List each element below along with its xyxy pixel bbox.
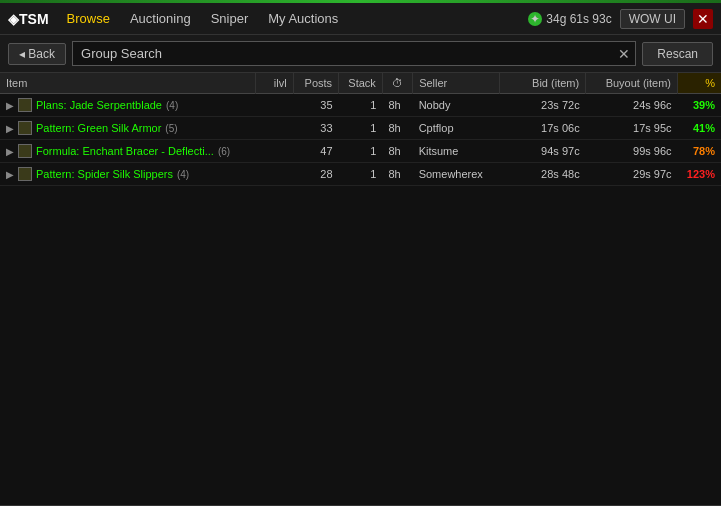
seller-cell: Cptflop: [413, 117, 500, 140]
titlebar: ◈TSM Browse Auctioning Sniper My Auction…: [0, 3, 721, 35]
results-table: Item ilvl Posts Stack ⏱ Seller: [0, 73, 721, 186]
posts-cell: 35: [293, 94, 338, 117]
expand-arrow-icon[interactable]: ▶: [6, 100, 14, 111]
gold-amount: 34g 61s 93c: [546, 12, 611, 26]
time-cell: 8h: [382, 163, 412, 186]
pct-cell: 123%: [678, 163, 721, 186]
col-header-item[interactable]: Item: [0, 73, 255, 94]
stack-cell: 1: [339, 94, 383, 117]
item-name: Plans: Jade Serpentblade: [36, 99, 162, 111]
tsm-logo: ◈TSM: [8, 11, 49, 27]
stack-cell: 1: [339, 163, 383, 186]
searchbar: ◂ Back ✕ Rescan: [0, 35, 721, 73]
bid-cell: 28s 48c: [499, 163, 586, 186]
expand-arrow-icon[interactable]: ▶: [6, 169, 14, 180]
expand-arrow-icon[interactable]: ▶: [6, 123, 14, 134]
stack-cell: 1: [339, 140, 383, 163]
header-right: ✦ 34g 61s 93c WOW UI ✕: [528, 9, 713, 29]
wow-ui-button[interactable]: WOW UI: [620, 9, 685, 29]
item-count: (5): [165, 123, 177, 134]
item-count: (4): [166, 100, 178, 111]
rescan-button[interactable]: Rescan: [642, 42, 713, 66]
time-cell: 8h: [382, 140, 412, 163]
buyout-cell: 24s 96c: [586, 94, 678, 117]
gold-display: ✦ 34g 61s 93c: [528, 12, 611, 26]
table-row[interactable]: ▶Pattern: Spider Silk Slippers (4)2818hS…: [0, 163, 721, 186]
seller-cell: Nobdy: [413, 94, 500, 117]
posts-cell: 28: [293, 163, 338, 186]
nav-sniper[interactable]: Sniper: [205, 9, 255, 28]
buyout-cell: 29s 97c: [586, 163, 678, 186]
main-content: Item ilvl Posts Stack ⏱ Seller: [0, 73, 721, 505]
seller-cell: Somewherex: [413, 163, 500, 186]
posts-cell: 47: [293, 140, 338, 163]
item-icon: [18, 121, 32, 135]
expand-arrow-icon[interactable]: ▶: [6, 146, 14, 157]
item-icon: [18, 98, 32, 112]
col-header-ilvl[interactable]: ilvl: [255, 73, 293, 94]
bid-cell: 17s 06c: [499, 117, 586, 140]
col-header-posts[interactable]: Posts: [293, 73, 338, 94]
close-button[interactable]: ✕: [693, 9, 713, 29]
buyout-cell: 17s 95c: [586, 117, 678, 140]
gold-icon: ✦: [528, 12, 542, 26]
col-header-stack[interactable]: Stack: [339, 73, 383, 94]
item-name: Formula: Enchant Bracer - Deflecti...: [36, 145, 214, 157]
buyout-cell: 99s 96c: [586, 140, 678, 163]
col-header-buyout[interactable]: Buyout (item): [586, 73, 678, 94]
pct-cell: 78%: [678, 140, 721, 163]
table-row[interactable]: ▶Plans: Jade Serpentblade (4)3518hNobdy2…: [0, 94, 721, 117]
ilvl-cell: [255, 140, 293, 163]
ilvl-cell: [255, 117, 293, 140]
posts-cell: 33: [293, 117, 338, 140]
seller-cell: Kitsume: [413, 140, 500, 163]
table-header-row: Item ilvl Posts Stack ⏱ Seller: [0, 73, 721, 94]
item-count: (6): [218, 146, 230, 157]
item-count: (4): [177, 169, 189, 180]
ilvl-cell: [255, 163, 293, 186]
bid-cell: 23s 72c: [499, 94, 586, 117]
ilvl-cell: [255, 94, 293, 117]
item-name: Pattern: Green Silk Armor: [36, 122, 161, 134]
nav-browse[interactable]: Browse: [61, 9, 116, 28]
search-input[interactable]: [72, 41, 636, 66]
bid-cell: 94s 97c: [499, 140, 586, 163]
table-body: ▶Plans: Jade Serpentblade (4)3518hNobdy2…: [0, 94, 721, 186]
nav-my-auctions[interactable]: My Auctions: [262, 9, 344, 28]
col-header-seller[interactable]: Seller: [413, 73, 500, 94]
pct-cell: 39%: [678, 94, 721, 117]
time-cell: 8h: [382, 94, 412, 117]
results-table-container[interactable]: Item ilvl Posts Stack ⏱ Seller: [0, 73, 721, 505]
item-icon: [18, 144, 32, 158]
item-name: Pattern: Spider Silk Slippers: [36, 168, 173, 180]
col-header-pct[interactable]: %: [678, 73, 721, 94]
col-header-bid[interactable]: Bid (item): [499, 73, 586, 94]
pct-cell: 41%: [678, 117, 721, 140]
col-header-time[interactable]: ⏱: [382, 73, 412, 94]
table-row[interactable]: ▶Pattern: Green Silk Armor (5)3318hCptfl…: [0, 117, 721, 140]
back-button[interactable]: ◂ Back: [8, 43, 66, 65]
time-cell: 8h: [382, 117, 412, 140]
stack-cell: 1: [339, 117, 383, 140]
nav-auctioning[interactable]: Auctioning: [124, 9, 197, 28]
item-icon: [18, 167, 32, 181]
search-clear-icon[interactable]: ✕: [618, 46, 630, 62]
table-row[interactable]: ▶Formula: Enchant Bracer - Deflecti... (…: [0, 140, 721, 163]
search-input-wrap: ✕: [72, 41, 636, 66]
